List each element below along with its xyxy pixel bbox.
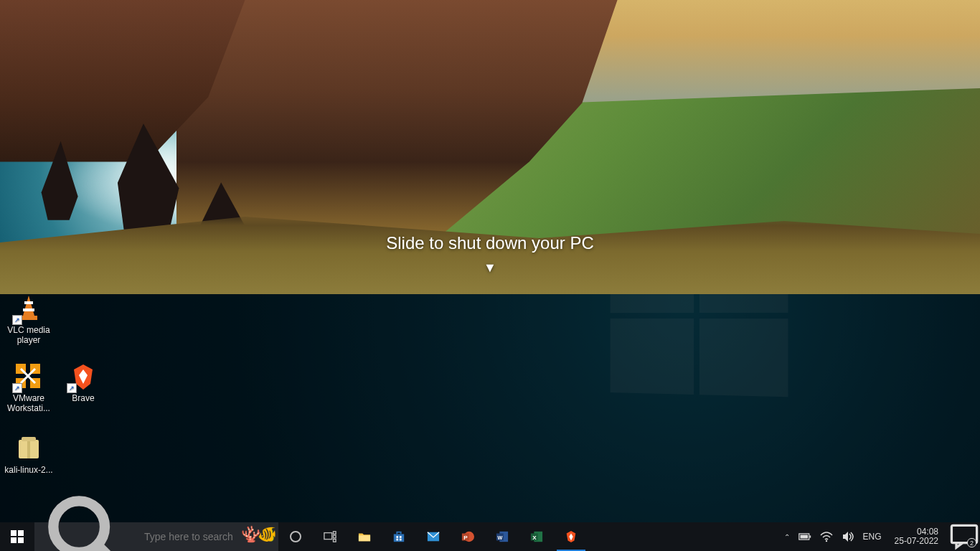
battery-icon[interactable] <box>798 530 811 543</box>
svg-rect-1 <box>20 316 37 320</box>
svg-text:W: W <box>497 534 502 541</box>
svg-rect-27 <box>400 539 402 541</box>
svg-rect-11 <box>11 530 17 536</box>
svg-rect-2 <box>24 301 33 304</box>
svg-text:X: X <box>532 534 537 541</box>
windows-logo-icon <box>11 530 24 543</box>
taskbar-app-brave[interactable] <box>554 522 588 551</box>
svg-rect-10 <box>22 437 36 441</box>
notification-icon <box>948 522 980 551</box>
cortana-button[interactable] <box>278 522 313 551</box>
svg-rect-40 <box>800 535 808 539</box>
excel-icon: X <box>530 530 543 543</box>
mail-icon <box>427 530 440 543</box>
svg-rect-20 <box>334 535 336 538</box>
shortcut-arrow-icon: ↗ <box>12 383 22 393</box>
svg-rect-19 <box>334 532 336 534</box>
archive-folder-icon <box>14 434 43 463</box>
tray-chevron-up-icon[interactable]: ⌃ <box>784 533 790 541</box>
slide-to-shutdown-text: Slide to shut down your PC ▼ <box>0 233 980 276</box>
svg-rect-13 <box>11 537 17 543</box>
taskbar-clock[interactable]: 04:08 25-07-2022 <box>890 527 943 546</box>
file-explorer-icon <box>358 530 371 543</box>
language-indicator[interactable]: ENG <box>863 532 882 542</box>
brave-icon: ↗ <box>69 362 98 391</box>
desktop-icon-label: Brave <box>56 394 110 404</box>
desktop-icon-kali[interactable]: kali-linux-2... <box>1 434 56 476</box>
notification-count-badge: 2 <box>967 538 976 547</box>
svg-rect-14 <box>18 537 24 543</box>
svg-point-15 <box>53 501 105 551</box>
taskbar-app-file-explorer[interactable] <box>347 522 382 551</box>
taskbar-app-excel[interactable]: X <box>519 522 554 551</box>
svg-rect-21 <box>334 540 336 542</box>
taskbar-app-powerpoint[interactable]: P <box>451 522 485 551</box>
svg-rect-24 <box>396 536 398 538</box>
desktop-icon-label: VMware Workstati... <box>1 394 56 414</box>
svg-marker-0 <box>23 296 34 316</box>
desktop-icon-vlc[interactable]: ↗ VLC media player <box>1 294 56 346</box>
svg-rect-3 <box>23 309 34 311</box>
svg-rect-39 <box>809 535 811 537</box>
action-center-button[interactable]: 2 <box>948 522 980 551</box>
desktop-icon-label: VLC media player <box>1 326 56 346</box>
system-tray: ⌃ ENG 04:08 25-07-2022 <box>778 522 948 551</box>
desktop-icon-brave[interactable]: ↗ Brave <box>56 362 110 404</box>
store-icon <box>392 530 405 543</box>
svg-rect-25 <box>400 536 402 538</box>
start-button[interactable] <box>0 522 34 551</box>
desktop-icon-vmware[interactable]: ↗ VMware Workstati... <box>1 362 56 414</box>
vmware-icon: ↗ <box>14 362 43 391</box>
taskbar-app-word[interactable]: W <box>485 522 519 551</box>
shortcut-arrow-icon: ↗ <box>12 315 22 325</box>
chevron-down-icon: ▼ <box>0 260 980 276</box>
taskbar: 🪸🐠 P W X ⌃ ENG 04:08 25-07-2022 <box>0 522 980 551</box>
vlc-icon: ↗ <box>14 294 43 323</box>
taskbar-app-mail[interactable] <box>416 522 451 551</box>
svg-rect-12 <box>18 530 24 536</box>
taskbar-search[interactable]: 🪸🐠 <box>34 522 278 551</box>
volume-icon[interactable] <box>842 530 854 543</box>
search-icon <box>43 491 136 552</box>
powerpoint-icon: P <box>461 530 474 543</box>
desktop-icon-label: kali-linux-2... <box>1 466 56 476</box>
svg-rect-9 <box>27 440 30 458</box>
svg-rect-26 <box>396 539 398 541</box>
svg-rect-18 <box>324 533 332 540</box>
slide-to-shutdown-panel[interactable]: Slide to shut down your PC ▼ <box>0 0 980 294</box>
word-icon: W <box>496 530 509 543</box>
task-view-icon <box>324 530 336 543</box>
taskbar-spacer <box>588 522 778 551</box>
brave-icon <box>565 530 578 543</box>
task-view-button[interactable] <box>313 522 347 551</box>
clock-date: 25-07-2022 <box>895 537 938 546</box>
svg-text:P: P <box>463 534 468 541</box>
svg-line-16 <box>100 547 126 551</box>
cortana-icon <box>289 530 302 543</box>
svg-rect-22 <box>359 535 370 541</box>
shortcut-arrow-icon: ↗ <box>67 383 77 393</box>
svg-point-17 <box>291 532 301 542</box>
search-decoration-icon: 🪸🐠 <box>241 525 274 544</box>
svg-point-41 <box>825 540 826 542</box>
taskbar-app-microsoft-store[interactable] <box>382 522 416 551</box>
slide-message: Slide to shut down your PC <box>386 233 594 253</box>
wifi-icon[interactable] <box>820 530 833 543</box>
svg-rect-23 <box>394 534 404 542</box>
